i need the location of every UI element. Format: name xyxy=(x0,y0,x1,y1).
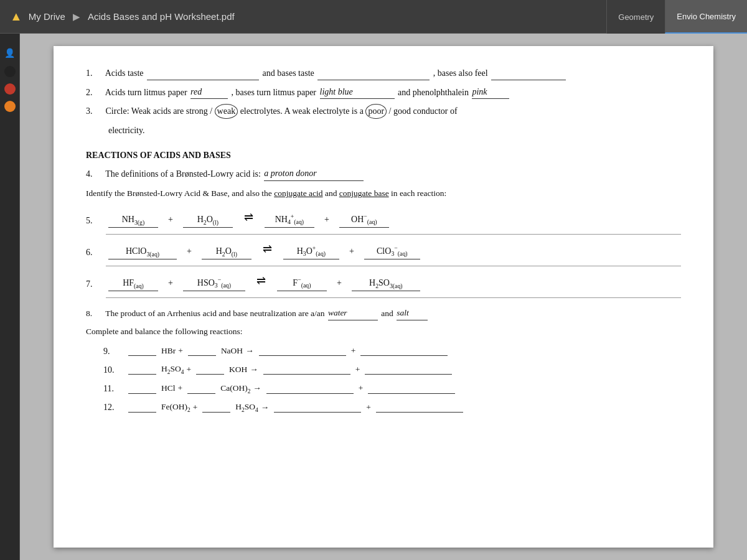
q2-ans2: light blue xyxy=(320,85,395,100)
q11-blank2 xyxy=(187,384,215,394)
q11-reagent1: HCl xyxy=(161,382,176,395)
q6-op1: + xyxy=(182,245,197,259)
q7-product1: F−(aq) xyxy=(293,275,311,291)
q6-product1-col: H3O+(aq) xyxy=(283,248,339,259)
q1-text-after: , bases also feel xyxy=(433,68,488,78)
q5-reactant2-underline: H2O(l) xyxy=(183,217,233,228)
q4-text: The definitions of a Brønsted-Lowry acid… xyxy=(105,169,261,179)
q7-product2: H2SO3(aq) xyxy=(369,276,403,291)
q6-reactant1: HClO3(aq) xyxy=(126,245,159,259)
q6-arrow: ⇌ xyxy=(256,241,278,259)
top-bar: ▲ My Drive ▶ Acids Bases and pH Workshee… xyxy=(0,0,747,34)
q3-circled2: poor xyxy=(365,104,387,119)
q7-product1-underline: F−(aq) xyxy=(277,280,327,291)
q9-product1 xyxy=(259,346,346,356)
q5-product2: OH−(aq) xyxy=(351,212,377,227)
filename-label: Acids Bases and pH Worksheet.pdf xyxy=(88,11,235,22)
my-drive-label[interactable]: My Drive xyxy=(29,11,65,22)
q12-blank2 xyxy=(202,403,230,413)
q6-product2-underline: ClO3−(aq) xyxy=(364,248,420,259)
q7-reactant2-col: HSO3−(aq) xyxy=(183,280,245,291)
q9-blank2 xyxy=(188,346,216,356)
q1-blank2 xyxy=(317,66,430,80)
divider-q5 xyxy=(106,234,681,235)
q2-text3: and phenolphthalein xyxy=(398,88,469,97)
q7-reactant1-col: HF(aq) xyxy=(108,280,158,291)
q7-op2: + xyxy=(332,276,347,291)
drive-icon: ▲ xyxy=(10,9,22,24)
q3-text: Circle: Weak acids are strong / xyxy=(106,106,213,116)
q11-reagent2: Ca(OH)2 xyxy=(220,382,250,396)
q10-blank1 xyxy=(128,365,156,375)
q11-product1 xyxy=(266,384,354,394)
q7-product1-col: F−(aq) xyxy=(277,280,327,291)
q5-reactant1: NH3(g) xyxy=(122,213,145,227)
q10-reagent2: KOH xyxy=(229,363,247,376)
q9-num: 9. xyxy=(103,345,123,358)
q1-blank3 xyxy=(491,66,566,80)
q7-op1: + xyxy=(163,276,178,291)
dot-red xyxy=(4,83,16,95)
q12-num: 12. xyxy=(103,401,123,414)
q11-op2: + xyxy=(359,382,364,395)
dot-dark xyxy=(4,66,16,77)
q7-product2-col: H2SO3(aq) xyxy=(352,280,420,291)
q5-op2: + xyxy=(319,213,334,228)
q10-arrow: → xyxy=(250,363,258,376)
q9-reagent1: HBr xyxy=(161,345,176,358)
q6-reactant2-col: H2O(l) xyxy=(202,248,251,259)
q6-op2: + xyxy=(344,245,359,259)
q7-product2-underline: H2SO3(aq) xyxy=(352,280,420,291)
document-area: 1. Acids taste and bases taste , bases a… xyxy=(20,34,747,560)
q1-text-middle: and bases taste xyxy=(263,68,314,78)
tab-geometry[interactable]: Geometry xyxy=(606,0,665,34)
question-3-cont: electricity. xyxy=(108,124,681,138)
q7-arrow: ⇌ xyxy=(250,273,272,291)
q2-text2: , bases turn litmus paper xyxy=(232,88,316,97)
q5-product2-underline: OH−(aq) xyxy=(339,217,389,228)
divider-q7 xyxy=(106,297,681,298)
q10-num: 10. xyxy=(103,363,123,377)
q10-op1: + xyxy=(186,363,191,376)
q10-product2 xyxy=(365,365,452,375)
q3-num: 3. xyxy=(86,105,103,118)
main-area: 👤 1. Acids taste and bases taste , bases… xyxy=(0,34,747,560)
q9-product2 xyxy=(360,346,448,356)
q3-text3: / good conductor of xyxy=(389,106,458,116)
sidebar: 👤 xyxy=(0,34,20,560)
q12-op2: + xyxy=(366,401,371,414)
question-5-row: 5. NH3(g) + H2O(l) ⇌ NH4+(aq) xyxy=(86,209,681,228)
q5-arrow: ⇌ xyxy=(238,209,260,228)
dot-orange xyxy=(4,101,16,112)
q11-blank1 xyxy=(128,384,156,394)
q10-product1 xyxy=(263,365,350,375)
q2-num: 2. xyxy=(86,86,103,100)
q11-product2 xyxy=(368,384,455,394)
question-7-row: 7. HF(aq) + HSO3−(aq) ⇌ F−(aq) xyxy=(86,273,681,291)
q6-reactant2-underline: H2O(l) xyxy=(202,248,251,259)
q5-reactant1-underline: NH3(g) xyxy=(108,217,158,228)
q7-reactant2: HSO3−(aq) xyxy=(197,275,231,291)
q2-text: Acids turn litmus paper xyxy=(105,88,187,97)
q5-reactant2-col: H2O(l) xyxy=(183,217,233,228)
breadcrumb-sep: ▶ xyxy=(73,11,80,22)
q8-text2: and xyxy=(381,309,393,318)
q6-product2: ClO3−(aq) xyxy=(377,243,408,259)
q11-arrow: → xyxy=(253,382,261,395)
q10-op2: + xyxy=(355,363,360,376)
q6-num: 6. xyxy=(86,246,103,259)
q12-op1: + xyxy=(193,401,198,414)
q6-reactant1-col: HClO3(aq) xyxy=(108,248,177,259)
conjugate-acid-text: conjugate acid xyxy=(274,189,322,198)
q1-blank1 xyxy=(147,66,259,80)
q7-reactant1: HF(aq) xyxy=(123,276,144,291)
question-6-row: 6. HClO3(aq) + H2O(l) ⇌ H3O+(aq) xyxy=(86,241,681,259)
identify-line: Identify the Brønsted-Lowry Acid & Base,… xyxy=(86,187,681,200)
q5-reactant1-col: NH3(g) xyxy=(108,217,158,228)
q10-reagent1: H2SO4 xyxy=(161,363,184,376)
conjugate-base-text: conjugate base xyxy=(339,189,389,198)
sidebar-icon-user[interactable]: 👤 xyxy=(3,46,17,60)
tab-envio-chemistry[interactable]: Envio Chemistry xyxy=(665,0,747,34)
q12-arrow: → xyxy=(261,401,270,414)
question-4: 4. The definitions of a Brønsted-Lowry a… xyxy=(86,167,681,181)
